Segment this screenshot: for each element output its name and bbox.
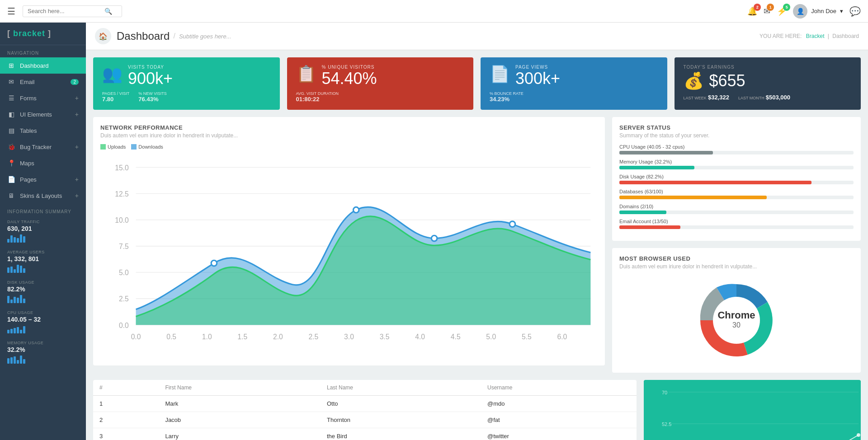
col-first-name: First Name bbox=[159, 380, 321, 396]
hamburger-menu[interactable]: ☰ bbox=[7, 6, 15, 17]
sidebar-item-ui-elements[interactable]: ◧ UI Elements + bbox=[0, 106, 86, 122]
sidebar-item-label: UI Elements bbox=[20, 111, 52, 118]
mail-icon[interactable]: ✉ 1 bbox=[764, 6, 770, 16]
sidebar-item-dashboard[interactable]: ⊞ Dashboard bbox=[0, 57, 86, 74]
uploads-legend: Uploads bbox=[108, 144, 126, 150]
browser-chart-title: MOST BROWSER USED bbox=[619, 255, 854, 262]
sidebar-item-label: Bug Tracker bbox=[20, 144, 52, 150]
svg-text:0.0: 0.0 bbox=[131, 332, 141, 340]
search-input[interactable] bbox=[28, 8, 104, 14]
cpu-usage-label: CPU USAGE bbox=[7, 310, 79, 315]
sidebar-item-label: Maps bbox=[20, 160, 34, 167]
svg-text:0.0: 0.0 bbox=[119, 321, 129, 329]
mini-bar bbox=[23, 268, 25, 273]
svg-text:1.0: 1.0 bbox=[202, 332, 212, 340]
svg-text:5.5: 5.5 bbox=[522, 332, 532, 340]
memory-prog-label: Memory Usage (32.2%) bbox=[619, 159, 854, 164]
avg-users-bars bbox=[7, 264, 79, 273]
mini-bar bbox=[20, 356, 22, 364]
pages-icon: 📄 bbox=[7, 176, 15, 183]
domains-prog-label: Domains (2/10) bbox=[619, 204, 854, 209]
sidebar-item-pages[interactable]: 📄 Pages + bbox=[0, 171, 86, 187]
browser-chart-card: MOST BROWSER USED Duis autem vel eum iri… bbox=[612, 248, 861, 373]
visitors-label: % UNIQUE VISITORS bbox=[322, 65, 377, 70]
mini-bar bbox=[23, 326, 25, 333]
green-chart-card: 70 52.5 35 17.5 0 bbox=[644, 380, 861, 440]
mini-bar bbox=[17, 265, 19, 273]
mini-bar bbox=[14, 356, 16, 364]
sidebar-info-disk-usage: DISK USAGE 82.2% bbox=[0, 276, 86, 307]
mini-bar bbox=[17, 360, 19, 364]
mini-bar bbox=[7, 239, 9, 243]
mini-bar bbox=[14, 269, 16, 273]
brand-name: bracket bbox=[13, 29, 45, 38]
avg-duration-label: AVG. VISIT DURATION bbox=[296, 91, 339, 96]
svg-text:4.0: 4.0 bbox=[415, 332, 425, 340]
mid-right: SERVER STATUS Summary of the status of y… bbox=[612, 117, 861, 373]
cpu-prog-fill bbox=[619, 151, 713, 154]
email-account-row: Email Account (13/50) bbox=[619, 219, 854, 229]
pages-visit-value: 7.80 bbox=[102, 96, 129, 103]
svg-point-28 bbox=[353, 207, 359, 213]
mini-bar bbox=[14, 297, 16, 303]
sidebar-item-skins[interactable]: 🖥 Skins & Layouts + bbox=[0, 187, 86, 204]
svg-text:4.5: 4.5 bbox=[451, 332, 461, 340]
network-chart-svg: 15.0 12.5 10.0 7.5 5.0 2.5 0.0 0.0 0.5 1… bbox=[100, 153, 598, 352]
user-menu[interactable]: 👤 John Doe ▾ bbox=[793, 4, 843, 19]
mini-bar bbox=[10, 267, 13, 273]
sidebar-item-tables[interactable]: ▤ Tables bbox=[0, 122, 86, 139]
pages-visit-label: PAGES / VISIT bbox=[102, 91, 129, 96]
cell-username: @twitter bbox=[481, 428, 637, 440]
ui-expand-icon: + bbox=[75, 111, 79, 118]
sidebar-info-memory-usage: MEMORY USAGE 32.2% bbox=[0, 337, 86, 367]
mini-bar bbox=[7, 296, 9, 303]
mini-bar bbox=[20, 330, 22, 333]
disk-usage-label: DISK USAGE bbox=[7, 280, 79, 285]
sidebar-item-maps[interactable]: 📍 Maps bbox=[0, 155, 86, 171]
sidebar-item-forms[interactable]: ☰ Forms + bbox=[0, 90, 86, 106]
brand: [ bracket ] bbox=[0, 23, 86, 45]
notification-bell[interactable]: 🔔 2 bbox=[747, 6, 757, 16]
svg-text:6.0: 6.0 bbox=[557, 332, 567, 340]
maps-icon: 📍 bbox=[7, 159, 15, 167]
mini-bar bbox=[23, 359, 25, 364]
page-title: Dashboard bbox=[117, 30, 170, 42]
ui-elements-icon: ◧ bbox=[7, 111, 15, 118]
col-username: Username bbox=[481, 380, 637, 396]
memory-prog-fill bbox=[619, 166, 694, 169]
svg-text:10.0: 10.0 bbox=[115, 216, 129, 224]
visits-value: 900k+ bbox=[128, 70, 173, 88]
pages-expand-icon: + bbox=[75, 176, 79, 183]
sidebar-item-email[interactable]: ✉ Email 2 bbox=[0, 74, 86, 90]
pageviews-icon: 📄 bbox=[490, 65, 510, 84]
mini-bar bbox=[14, 237, 16, 243]
cell-username: @mdo bbox=[481, 395, 637, 412]
slash-separator: / bbox=[173, 32, 175, 40]
chat-icon[interactable]: 💬 bbox=[849, 6, 861, 17]
svg-text:3.0: 3.0 bbox=[344, 332, 354, 340]
alert-icon[interactable]: ⚡ 5 bbox=[777, 6, 787, 16]
bottom-grid: # First Name Last Name Username 1 Mark O… bbox=[86, 380, 868, 440]
cell-first-name: Jacob bbox=[159, 412, 321, 428]
nav-section-label: NAVIGATION bbox=[0, 45, 86, 57]
svg-text:70: 70 bbox=[662, 390, 667, 395]
topnav: ☰ 🔍 🔔 2 ✉ 1 ⚡ 5 👤 John Doe ▾ 💬 bbox=[0, 0, 868, 23]
mini-bar bbox=[7, 358, 9, 364]
visitors-value: 54.40% bbox=[322, 70, 377, 88]
mini-bar bbox=[23, 236, 25, 243]
breadcrumb-link[interactable]: Bracket bbox=[806, 33, 825, 39]
email-icon: ✉ bbox=[7, 78, 15, 85]
breadcrumb-current: Dashboard bbox=[832, 33, 859, 39]
page-subtitle: Subtitle goes here... bbox=[179, 33, 231, 40]
daily-traffic-value: 630, 201 bbox=[7, 225, 79, 232]
users-table-card: # First Name Last Name Username 1 Mark O… bbox=[93, 380, 637, 440]
bounce-rate-label: % BOUNCE RATE bbox=[490, 91, 524, 96]
svg-text:5.0: 5.0 bbox=[486, 332, 496, 340]
memory-usage-label: MEMORY USAGE bbox=[7, 341, 79, 345]
sidebar-item-bug-tracker[interactable]: 🐞 Bug Tracker + bbox=[0, 139, 86, 155]
last-month-value: $503,000 bbox=[766, 94, 790, 101]
tables-icon: ▤ bbox=[7, 127, 15, 134]
last-week-label: LAST WEEK bbox=[684, 96, 707, 100]
mini-bar bbox=[10, 300, 13, 303]
sidebar: [ bracket ] NAVIGATION ⊞ Dashboard ✉ Ema… bbox=[0, 23, 86, 440]
